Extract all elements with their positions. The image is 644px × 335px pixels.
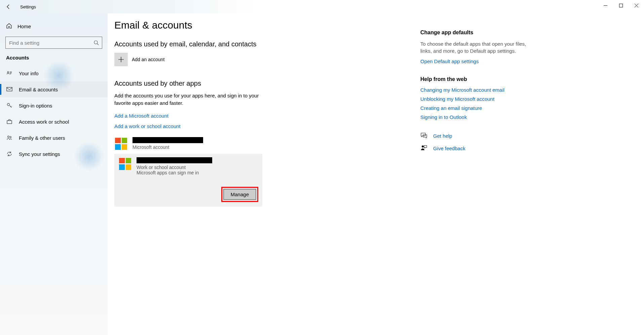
people-icon — [6, 135, 13, 141]
feedback-icon — [420, 144, 427, 152]
svg-rect-0 — [619, 4, 622, 7]
svg-point-7 — [10, 136, 11, 138]
account-card-work-school: Work or school account Microsoft apps ca… — [114, 154, 262, 207]
link-open-default-app-settings[interactable]: Open Default app settings — [420, 58, 535, 64]
plus-icon-box — [114, 53, 128, 66]
account-signin-note: Microsoft apps can sign me in — [137, 170, 258, 175]
add-account-row[interactable]: Add an account — [114, 53, 407, 66]
window-title: Settings — [20, 4, 36, 9]
arrow-left-icon — [6, 4, 11, 9]
page-title: Email & accounts — [114, 19, 407, 31]
microsoft-logo-icon — [114, 137, 128, 151]
account-row-microsoft[interactable]: Microsoft account — [114, 135, 262, 153]
manage-button-wrap: Manage — [118, 187, 258, 202]
search-wrap — [5, 37, 102, 49]
sidebar-home-label: Home — [17, 24, 31, 29]
home-icon — [6, 23, 12, 30]
chat-icon — [420, 132, 427, 140]
settings-window: Settings Home Accounts — [0, 0, 644, 335]
defaults-heading: Change app defaults — [420, 30, 535, 36]
help-heading: Help from the web — [420, 76, 535, 82]
svg-point-1 — [94, 41, 98, 44]
sidebar: Home Accounts Your info Email & accounts… — [0, 13, 108, 335]
give-feedback-row[interactable]: Give feedback — [420, 144, 535, 152]
sidebar-item-sync-settings[interactable]: Sync your settings — [0, 146, 108, 162]
svg-rect-5 — [7, 121, 12, 124]
account-type-label: Microsoft account — [132, 144, 262, 150]
svg-rect-3 — [7, 87, 12, 91]
svg-point-8 — [422, 145, 424, 148]
give-feedback-link[interactable]: Give feedback — [433, 145, 465, 151]
minimize-button[interactable] — [598, 0, 613, 11]
titlebar: Settings — [0, 0, 644, 13]
account-row-work-school[interactable]: Work or school account Microsoft apps ca… — [118, 157, 258, 175]
sidebar-item-email-accounts[interactable]: Email & accounts — [0, 81, 108, 97]
mail-icon — [6, 86, 13, 92]
link-add-microsoft-account[interactable]: Add a Microsoft account — [114, 113, 407, 119]
sidebar-item-label: Sign-in options — [19, 103, 52, 109]
account-email-redacted — [132, 137, 203, 143]
help-link[interactable]: Changing my Microsoft account email — [420, 87, 535, 93]
svg-point-4 — [7, 103, 10, 106]
get-help-row[interactable]: Get help — [420, 132, 535, 140]
svg-point-2 — [7, 72, 9, 73]
account-email-redacted — [137, 157, 212, 163]
window-controls — [598, 0, 644, 11]
sidebar-item-signin-options[interactable]: Sign-in options — [0, 97, 108, 114]
content: Email & accounts Accounts used by email,… — [114, 19, 407, 335]
sidebar-item-label: Family & other users — [19, 135, 65, 141]
section-other-apps-desc: Add the accounts you use for your apps h… — [114, 92, 259, 107]
sync-icon — [6, 151, 13, 157]
sidebar-item-label: Sync your settings — [19, 151, 60, 157]
key-icon — [6, 102, 13, 109]
section-other-apps-heading: Accounts used by other apps — [114, 80, 407, 87]
body: Home Accounts Your info Email & accounts… — [0, 13, 644, 335]
sidebar-item-label: Access work or school — [19, 119, 69, 125]
sidebar-home[interactable]: Home — [0, 18, 108, 34]
sidebar-item-your-info[interactable]: Your info — [0, 65, 108, 81]
minimize-icon — [604, 4, 607, 7]
svg-point-6 — [8, 136, 9, 138]
section-email-accounts-heading: Accounts used by email, calendar, and co… — [114, 40, 407, 48]
person-card-icon — [6, 70, 13, 76]
sidebar-item-label: Your info — [19, 71, 39, 76]
help-link[interactable]: Unblocking my Microsoft account — [420, 96, 535, 102]
close-button[interactable] — [629, 0, 644, 11]
sidebar-item-access-work-school[interactable]: Access work or school — [0, 114, 108, 130]
microsoft-logo-icon — [118, 157, 132, 171]
help-link[interactable]: Creating an email signature — [420, 105, 535, 111]
search-icon — [93, 40, 99, 46]
svg-rect-9 — [424, 145, 427, 148]
briefcase-icon — [6, 119, 13, 125]
main: Email & accounts Accounts used by email,… — [108, 13, 644, 335]
highlight-box: Manage — [221, 187, 258, 202]
search-input[interactable] — [5, 37, 102, 49]
get-help-link[interactable]: Get help — [433, 133, 452, 139]
close-icon — [635, 4, 638, 7]
sidebar-item-family-users[interactable]: Family & other users — [0, 130, 108, 146]
right-pane: Change app defaults To choose the defaul… — [420, 19, 535, 335]
manage-button[interactable]: Manage — [223, 189, 256, 200]
add-account-label: Add an account — [132, 57, 164, 62]
sidebar-item-label: Email & accounts — [19, 87, 58, 92]
help-link[interactable]: Signing in to Outlook — [420, 114, 535, 120]
defaults-text: To choose the default apps that open you… — [420, 40, 535, 54]
link-add-work-school-account[interactable]: Add a work or school account — [114, 123, 407, 129]
maximize-button[interactable] — [613, 0, 629, 11]
plus-icon — [118, 56, 124, 62]
account-type-label: Work or school account — [137, 165, 258, 170]
back-button[interactable] — [0, 0, 17, 13]
maximize-icon — [619, 4, 623, 7]
